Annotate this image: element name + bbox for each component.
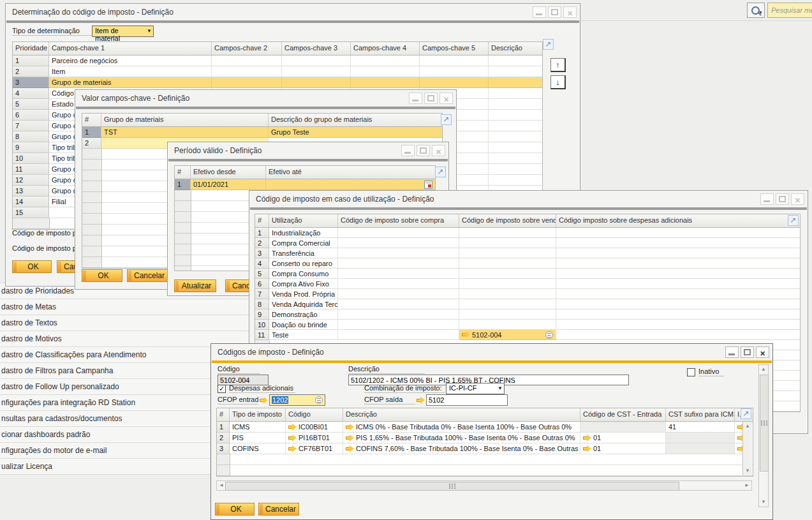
- expand-grid-icon[interactable]: ↗: [788, 215, 799, 226]
- link-arrow-icon[interactable]: [462, 331, 470, 338]
- imposto-compra-cell[interactable]: [338, 330, 459, 340]
- table-row[interactable]: 2 PIS PI16BT01 PIS 1,65% - Base Tributad…: [217, 433, 753, 443]
- row-number-cell[interactable]: 5: [13, 99, 49, 110]
- despesas-adicionais-checkbox[interactable]: ✓: [218, 385, 226, 393]
- imposto-venda-cell[interactable]: [459, 309, 556, 320]
- campos-chave-5-cell[interactable]: [420, 56, 489, 66]
- minimize-button[interactable]: [401, 145, 415, 156]
- column-header[interactable]: Campos-chave 4: [351, 42, 420, 55]
- row-number-cell[interactable]: 8: [255, 299, 269, 309]
- imposto-venda-cell[interactable]: [459, 279, 556, 289]
- maximize-button[interactable]: [424, 93, 438, 104]
- campos-chave-2-cell[interactable]: [212, 77, 282, 88]
- table-vertical-scrollbar[interactable]: ▲ ▼: [742, 422, 752, 475]
- column-header[interactable]: Efetivo até: [266, 166, 435, 179]
- window-vertical-scrollbar[interactable]: ▲ ▼: [758, 364, 769, 507]
- row-number-cell[interactable]: 6: [255, 279, 269, 289]
- link-arrow-icon[interactable]: [288, 424, 297, 431]
- table-row[interactable]: 1 Industrialização: [255, 228, 800, 238]
- column-header[interactable]: Campos-chave 1: [49, 42, 212, 55]
- choose-list-icon[interactable]: [545, 331, 553, 339]
- codigo-cell[interactable]: PI16BT01: [286, 433, 343, 443]
- table-row[interactable]: 5 Compra Consumo: [255, 269, 800, 279]
- imposto-despesas-cell[interactable]: [556, 279, 800, 289]
- campos-chave-1-cell[interactable]: Parceiro de negócios: [49, 56, 212, 66]
- column-header[interactable]: Prioridade: [13, 42, 49, 55]
- utilizacao-cell[interactable]: Venda Prod. Própria: [269, 289, 338, 299]
- scrollbar-thumb[interactable]: [225, 482, 679, 491]
- column-header[interactable]: Descrição do grupo de materiais: [269, 114, 442, 126]
- titlebar[interactable]: Período válido - Definição ✕: [168, 142, 448, 159]
- column-header[interactable]: Código de imposto sobre compra: [338, 214, 459, 227]
- column-header[interactable]: CST sufixo para ICMS: [666, 408, 735, 421]
- table-row[interactable]: 4 Conserto ou reparo: [255, 258, 800, 269]
- horizontal-scrollbar[interactable]: ◄ ►: [216, 480, 752, 491]
- campos-chave-1-cell[interactable]: Item: [49, 66, 212, 77]
- minimize-button[interactable]: [760, 193, 774, 205]
- minimize-button[interactable]: [533, 6, 546, 18]
- column-header[interactable]: Código de CST - Entrada: [580, 408, 666, 421]
- ok-button[interactable]: OK: [12, 260, 52, 273]
- utilizacao-cell[interactable]: Compra Comercial: [269, 238, 338, 248]
- table-row[interactable]: 10 Doação ou brinde: [255, 320, 800, 330]
- link-arrow-icon[interactable]: [417, 397, 425, 404]
- row-number-cell[interactable]: 3: [217, 443, 230, 454]
- close-button[interactable]: ✕: [791, 193, 804, 205]
- column-header[interactable]: #: [82, 114, 101, 126]
- column-header[interactable]: Efetivo desde: [191, 166, 266, 179]
- imposto-compra-cell[interactable]: [338, 228, 459, 238]
- combinacao-imposto-dropdown[interactable]: IC-PI-CF▼: [446, 383, 505, 394]
- row-number-cell[interactable]: 12: [13, 175, 49, 186]
- descricao-cell[interactable]: COFINS 7,60% - Base Tributada 100% - Bas…: [343, 443, 580, 454]
- imposto-despesas-cell[interactable]: [556, 320, 800, 330]
- campos-chave-1-cell[interactable]: Grupo de materiais: [49, 77, 212, 88]
- utilizacao-cell[interactable]: Conserto ou reparo: [269, 258, 338, 269]
- row-number-cell[interactable]: 3: [255, 248, 269, 258]
- imposto-venda-cell[interactable]: [459, 258, 556, 269]
- imposto-venda-cell[interactable]: [459, 299, 556, 309]
- descricao-cell[interactable]: [489, 77, 542, 88]
- imposto-venda-cell[interactable]: [459, 238, 556, 248]
- cst-entrada-cell[interactable]: [580, 422, 666, 433]
- maximize-button[interactable]: [741, 346, 754, 358]
- campos-chave-5-cell[interactable]: [420, 66, 489, 77]
- campos-chave-4-cell[interactable]: [351, 66, 420, 77]
- scroll-left-icon[interactable]: ◄: [217, 481, 226, 490]
- table-row[interactable]: 1 ICMS IC00BI01 ICMS 0% - Base Tributada…: [217, 422, 753, 433]
- imposto-despesas-cell[interactable]: [556, 289, 800, 299]
- descricao-cell[interactable]: ICMS 0% - Base Tributada 0% - Base Isent…: [343, 422, 580, 433]
- expand-grid-icon[interactable]: ↗: [543, 39, 554, 50]
- ok-button[interactable]: OK: [215, 503, 255, 516]
- column-header[interactable]: Campos-chave 2: [212, 42, 282, 55]
- codigo-cell[interactable]: IC00BI01: [286, 422, 343, 433]
- cst-sufixo-cell[interactable]: 41: [666, 422, 735, 433]
- imposto-compra-cell[interactable]: [338, 279, 459, 289]
- imposto-compra-cell[interactable]: [338, 269, 459, 279]
- row-number-cell[interactable]: 1: [175, 179, 191, 190]
- choose-list-icon[interactable]: [315, 396, 323, 404]
- row-number-cell[interactable]: 4: [13, 88, 49, 99]
- imposto-venda-cell[interactable]: 5102-004: [459, 330, 556, 340]
- close-button[interactable]: ✕: [563, 6, 577, 18]
- campos-chave-4-cell[interactable]: [351, 56, 420, 66]
- utilizacao-cell[interactable]: Teste: [269, 330, 338, 340]
- table-row[interactable]: 2 Item: [13, 66, 542, 77]
- imposto-despesas-cell[interactable]: [556, 309, 800, 320]
- imposto-venda-cell[interactable]: [459, 269, 556, 279]
- column-header[interactable]: #: [175, 166, 191, 179]
- row-number-cell[interactable]: 7: [255, 289, 269, 299]
- row-number-cell[interactable]: 7: [13, 121, 49, 131]
- tipo-imposto-cell[interactable]: PIS: [230, 433, 286, 443]
- imposto-despesas-cell[interactable]: [556, 258, 800, 269]
- row-number-cell[interactable]: 8: [13, 131, 49, 142]
- scrollbar-thumb[interactable]: [760, 375, 769, 472]
- descricao-cell[interactable]: [489, 131, 542, 142]
- column-header[interactable]: Código de imposto sobre venda: [459, 214, 556, 227]
- cfop-entrada-field[interactable]: 1202: [269, 394, 325, 406]
- campos-chave-2-cell[interactable]: [212, 66, 282, 77]
- descricao-cell[interactable]: [489, 164, 542, 175]
- imposto-venda-cell[interactable]: [459, 320, 556, 330]
- campos-chave-3-cell[interactable]: [282, 66, 351, 77]
- codigo-cell[interactable]: CF76BT01: [286, 443, 343, 454]
- cst-sufixo-cell[interactable]: [666, 443, 735, 454]
